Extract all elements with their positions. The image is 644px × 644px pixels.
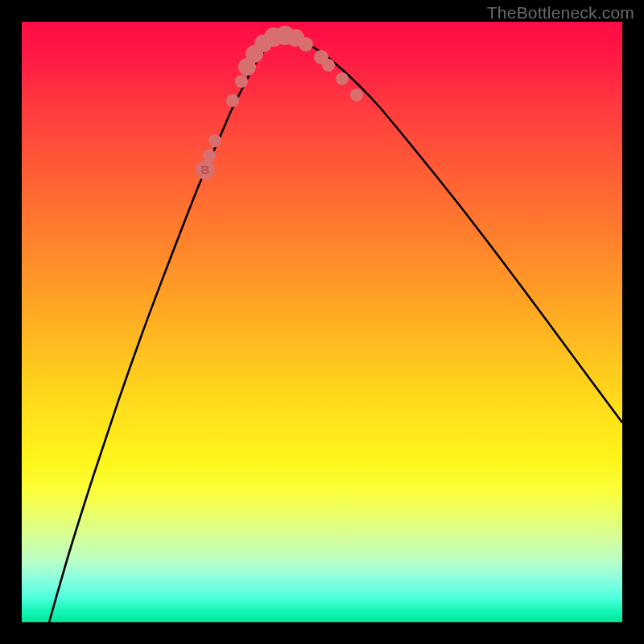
data-marker: [235, 75, 248, 88]
chart-svg: B: [22, 22, 622, 622]
marker-label-b: B: [201, 163, 210, 176]
data-marker: [203, 149, 216, 162]
data-marker: [350, 89, 363, 101]
curve-layer: [49, 37, 622, 622]
watermark-label: TheBottleneck.com: [487, 3, 634, 23]
data-marker: [336, 72, 349, 85]
frame: B TheBottleneck.com: [0, 0, 644, 644]
bottleneck-curve: [49, 37, 622, 622]
plot-area: B: [22, 22, 622, 622]
data-marker: [322, 59, 335, 72]
data-marker: [226, 94, 239, 107]
data-marker: [208, 134, 221, 147]
marker-layer: B: [196, 26, 363, 180]
data-marker: [299, 37, 313, 52]
